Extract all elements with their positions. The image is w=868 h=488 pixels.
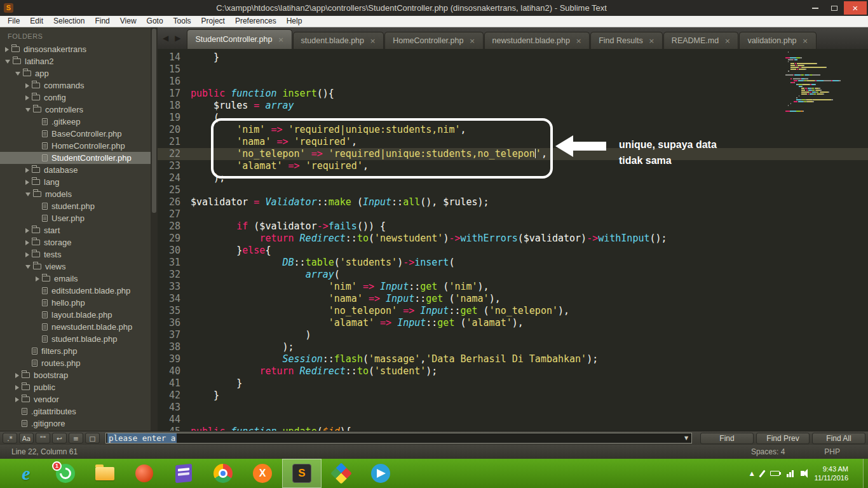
- menu-item-file[interactable]: File: [3, 16, 25, 27]
- sidebar-folder-latihan2[interactable]: latihan2: [0, 55, 151, 67]
- code-line-20[interactable]: 20 'nim' => 'required|unique:students,ni…: [158, 124, 868, 136]
- code-line-43[interactable]: 43: [158, 402, 868, 414]
- find-toggle-whole-word[interactable]: "": [36, 433, 50, 444]
- tab-newstudent-blade-php[interactable]: newstudent.blade.php×: [484, 32, 590, 49]
- expand-icon[interactable]: [25, 228, 29, 233]
- sidebar-folder-commands[interactable]: commands: [0, 79, 151, 92]
- sidebar-folder-app[interactable]: app: [0, 67, 151, 79]
- sidebar-folder-bootstrap[interactable]: bootstrap: [0, 369, 151, 381]
- sidebar-scrollbar[interactable]: [151, 27, 158, 431]
- sidebar-file-gitignore[interactable]: .gitignore: [0, 417, 151, 430]
- code-line-16[interactable]: 16: [158, 76, 868, 88]
- code-line-27[interactable]: 27: [158, 208, 868, 220]
- code-line-14[interactable]: 14 }: [158, 51, 868, 64]
- show-desktop-button[interactable]: [863, 459, 868, 488]
- menu-item-view[interactable]: View: [115, 16, 142, 27]
- tab-close-icon[interactable]: ×: [724, 37, 730, 45]
- tab-close-icon[interactable]: ×: [803, 37, 808, 45]
- sidebar-folder-tests[interactable]: tests: [0, 248, 151, 261]
- collapse-icon[interactable]: [25, 265, 31, 269]
- pen-icon[interactable]: [761, 470, 763, 478]
- code-line-29[interactable]: 29 return Redirect::to('newstudent')->wi…: [158, 233, 868, 245]
- taskbar-sublime-text[interactable]: S: [282, 459, 322, 488]
- code-line-40[interactable]: 40 return Redirect::to('student');: [158, 365, 868, 377]
- taskbar-photo-viewer[interactable]: [322, 459, 361, 488]
- maximize-button[interactable]: [825, 1, 844, 15]
- sidebar-folder-database[interactable]: database: [0, 164, 151, 176]
- sidebar-file-student-php[interactable]: student.php: [0, 200, 151, 212]
- taskbar-media-app[interactable]: [125, 459, 164, 488]
- code-line-39[interactable]: 39 Session::flash('massage','Data Berhas…: [158, 353, 868, 365]
- tab-close-icon[interactable]: ×: [278, 36, 283, 44]
- sidebar-file-user-php[interactable]: User.php: [0, 212, 151, 224]
- sidebar-folder-public[interactable]: public: [0, 381, 151, 393]
- menu-item-edit[interactable]: Edit: [25, 16, 48, 27]
- find-toggle-in-selection[interactable]: ≡: [69, 433, 83, 444]
- sidebar-file-newstudent-blade-php[interactable]: newstudent.blade.php: [0, 321, 151, 333]
- tab-studentcontroller-php[interactable]: StudentController.php×: [187, 29, 292, 49]
- sidebar-file-basecontroller-php[interactable]: BaseController.php: [0, 128, 151, 140]
- code-line-34[interactable]: 34 'nama' => Input::get ('nama'),: [158, 293, 868, 305]
- code-line-24[interactable]: 24 );: [158, 172, 868, 184]
- expand-icon[interactable]: [25, 168, 29, 173]
- tab-homecontroller-php[interactable]: HomeController.php×: [384, 32, 483, 49]
- sidebar-folder-start[interactable]: start: [0, 224, 151, 236]
- sidebar-scrollbar-thumb[interactable]: [152, 29, 156, 213]
- find-button-find[interactable]: Find: [700, 433, 754, 444]
- code-line-26[interactable]: 26$validator = Validator::make (Input::a…: [158, 196, 868, 208]
- close-button[interactable]: ×: [844, 1, 867, 15]
- sidebar-file-studentcontroller-php[interactable]: StudentController.php: [0, 152, 151, 164]
- code-line-21[interactable]: 21 'nama' => 'required',: [158, 136, 868, 148]
- taskbar-chrome[interactable]: [203, 459, 243, 488]
- code-region[interactable]: 14 }151617public function insert(){18 $r…: [158, 49, 868, 431]
- syntax-mode[interactable]: PHP: [824, 447, 840, 456]
- code-line-25[interactable]: 25: [158, 184, 868, 196]
- sidebar-folder-lang[interactable]: lang: [0, 176, 151, 188]
- tab-validation-php[interactable]: validation.php×: [739, 32, 816, 49]
- sidebar-file-hello-php[interactable]: hello.php: [0, 297, 151, 309]
- sidebar-folder-controllers[interactable]: controllers: [0, 104, 151, 116]
- find-input[interactable]: please enter a ▼: [105, 433, 692, 444]
- minimap[interactable]: [785, 51, 849, 112]
- tab-find-results[interactable]: Find Results×: [590, 32, 663, 49]
- tab-readme-md[interactable]: README.md×: [663, 32, 739, 49]
- find-button-find-all[interactable]: Find All: [812, 433, 865, 444]
- sidebar-file-routes-php[interactable]: routes.php: [0, 357, 151, 369]
- find-toggle-highlight-matches[interactable]: □: [85, 433, 100, 444]
- code-line-19[interactable]: 19 (: [158, 112, 868, 124]
- code-line-41[interactable]: 41 }: [158, 377, 868, 390]
- collapse-icon[interactable]: [15, 72, 20, 76]
- taskbar-clock[interactable]: 9:43 AM 11/11/2016: [815, 464, 848, 482]
- collapse-icon[interactable]: [25, 193, 31, 196]
- find-button-find-prev[interactable]: Find Prev: [756, 433, 810, 444]
- collapse-icon[interactable]: [5, 60, 10, 64]
- tab-close-icon[interactable]: ×: [576, 37, 581, 45]
- indent-setting[interactable]: Spaces: 4: [751, 447, 785, 456]
- code-line-36[interactable]: 36 'alamat' => Input::get ('alamat'),: [158, 317, 868, 329]
- expand-icon[interactable]: [25, 83, 29, 88]
- sidebar-file-gitkeep[interactable]: .gitkeep: [0, 116, 151, 128]
- sidebar-file-editstudent-blade-php[interactable]: editstudent.blade.php: [0, 285, 151, 297]
- expand-icon[interactable]: [25, 252, 29, 257]
- find-toggle-wrap[interactable]: ↩: [52, 433, 67, 444]
- code-line-28[interactable]: 28 if ($validator->fails()) {: [158, 220, 868, 233]
- sidebar-folder-models[interactable]: models: [0, 188, 151, 200]
- expand-icon[interactable]: [5, 47, 9, 52]
- menu-item-project[interactable]: Project: [196, 16, 230, 27]
- taskbar-office-app[interactable]: [164, 459, 203, 488]
- find-toggle-case-sensitive[interactable]: Aa: [19, 433, 34, 444]
- menu-item-find[interactable]: Find: [90, 16, 114, 27]
- sidebar-folder-views[interactable]: views: [0, 261, 151, 273]
- taskbar-internet-explorer[interactable]: e: [6, 459, 46, 488]
- expand-icon[interactable]: [25, 95, 29, 100]
- code-line-15[interactable]: 15: [158, 64, 868, 76]
- combo-caret-icon[interactable]: ▼: [681, 435, 691, 441]
- sidebar-folder-config[interactable]: config: [0, 92, 151, 104]
- hidden-icons-caret[interactable]: ▲: [750, 470, 754, 477]
- taskbar-xampp[interactable]: X: [243, 459, 282, 488]
- expand-icon[interactable]: [25, 180, 29, 185]
- code-line-38[interactable]: 38 );: [158, 341, 868, 353]
- code-line-17[interactable]: 17public function insert(){: [158, 88, 868, 100]
- sidebar-folder-emails[interactable]: emails: [0, 273, 151, 285]
- sidebar-file-homecontroller-php[interactable]: HomeController.php: [0, 140, 151, 152]
